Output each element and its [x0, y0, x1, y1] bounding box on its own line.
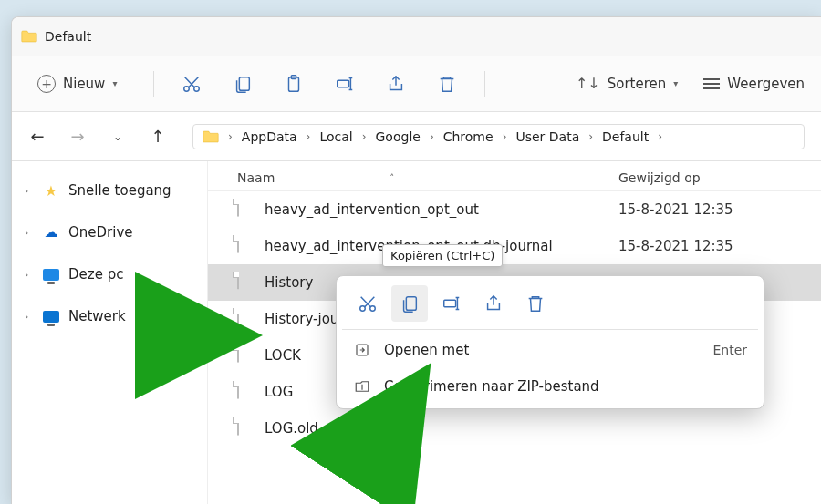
copy-tooltip: Kopiëren (Ctrl+C): [382, 244, 503, 267]
share-icon[interactable]: [386, 74, 406, 94]
svg-rect-5: [338, 80, 349, 87]
forward-button[interactable]: →: [68, 127, 87, 146]
ctx-label: Openen met: [384, 342, 469, 358]
breadcrumb-item[interactable]: Default: [602, 129, 649, 144]
ctx-copy-icon[interactable]: [391, 285, 428, 322]
chevron-down-icon: ▾: [112, 78, 117, 88]
breadcrumb-item[interactable]: Chrome: [443, 129, 494, 144]
ctx-label: Comprimeren naar ZIP-bestand: [384, 378, 599, 395]
rename-icon[interactable]: [335, 74, 355, 94]
toolbar-separator: [153, 71, 154, 97]
expand-icon: ›: [25, 185, 34, 197]
column-headers: Naam ˄ Gewijzigd op: [208, 161, 821, 191]
recent-button[interactable]: ⌄: [109, 130, 127, 143]
file-icon: [237, 345, 254, 365]
svg-rect-9: [444, 300, 456, 306]
toolbar-separator: [484, 71, 485, 97]
file-name: LOG.old: [265, 420, 618, 437]
toolbar-icons: [182, 74, 457, 94]
expand-icon: ›: [25, 311, 34, 323]
svg-point-6: [360, 306, 366, 312]
title-bar: Default: [12, 17, 821, 56]
up-button[interactable]: ↑: [149, 127, 167, 146]
breadcrumb-item[interactable]: Google: [376, 129, 421, 144]
paste-icon[interactable]: [284, 74, 304, 94]
context-menu: Kopiëren (Ctrl+C) Openen met Enter Comp: [336, 275, 764, 409]
breadcrumb-separator: ›: [228, 130, 233, 143]
toolbar: + Nieuw ▾ ↑↓ Sorteren ▾ Weergeven: [12, 56, 821, 112]
breadcrumb-separator: ›: [588, 130, 593, 143]
new-button[interactable]: + Nieuw ▾: [28, 69, 126, 98]
zip-icon: [353, 377, 371, 396]
breadcrumb-item[interactable]: Local: [319, 129, 352, 144]
breadcrumb-separator: ›: [503, 130, 507, 143]
sidebar-item-label: Netwerk: [68, 308, 126, 324]
svg-rect-8: [406, 297, 416, 311]
breadcrumb-item[interactable]: User Data: [515, 129, 579, 144]
file-row[interactable]: heavy_ad_intervention_opt_out 15-8-2021 …: [208, 191, 821, 228]
chevron-down-icon: ▾: [673, 78, 678, 88]
delete-icon[interactable]: [437, 74, 457, 94]
cloud-icon: ☁: [43, 224, 59, 241]
ctx-share-icon[interactable]: [475, 285, 512, 322]
context-separator: [342, 329, 758, 330]
file-name: heavy_ad_intervention_opt_out: [265, 201, 618, 218]
navigation-row: ← → ⌄ ↑ › AppData › Local › Google › Chr…: [12, 112, 821, 161]
plus-icon: +: [37, 75, 56, 93]
ctx-delete-icon[interactable]: [517, 285, 554, 322]
expand-icon: ›: [25, 269, 34, 281]
content-pane: Naam ˄ Gewijzigd op heavy_ad_interventio…: [208, 161, 821, 504]
network-icon: [43, 308, 59, 324]
folder-icon: [203, 130, 219, 143]
ctx-compress-zip[interactable]: Comprimeren naar ZIP-bestand: [337, 368, 764, 405]
svg-point-7: [370, 306, 376, 312]
open-icon: [353, 341, 371, 359]
new-label: Nieuw: [63, 76, 105, 92]
context-icon-row: [337, 276, 764, 329]
column-name[interactable]: Naam ˄: [237, 170, 618, 185]
sidebar-item-label: Deze pc: [68, 266, 123, 283]
breadcrumb-separator: ›: [430, 130, 434, 143]
breadcrumb-item[interactable]: AppData: [242, 129, 297, 144]
sidebar-item-label: Snelle toegang: [68, 182, 171, 199]
back-button[interactable]: ←: [28, 127, 47, 146]
explorer-body: › ★ Snelle toegang › ☁ OneDrive › Deze p…: [12, 161, 821, 504]
file-row[interactable]: LOG.old: [208, 410, 821, 447]
file-icon: [237, 200, 254, 220]
svg-point-0: [184, 86, 190, 91]
view-button[interactable]: Weergeven: [703, 76, 805, 92]
sidebar: › ★ Snelle toegang › ☁ OneDrive › Deze p…: [12, 161, 208, 504]
view-label: Weergeven: [727, 76, 805, 92]
file-icon: [237, 382, 254, 402]
svg-point-1: [194, 86, 200, 91]
file-icon: [237, 273, 254, 293]
view-icon: [703, 78, 720, 89]
file-icon: [237, 418, 254, 438]
sidebar-item-network[interactable]: › Netwerk: [12, 300, 207, 333]
breadcrumb-separator: ›: [307, 130, 311, 143]
ctx-shortcut: Enter: [712, 343, 747, 357]
breadcrumb-separator: ›: [658, 130, 662, 143]
star-icon: ★: [43, 182, 59, 199]
ctx-cut-icon[interactable]: [349, 285, 386, 322]
svg-rect-2: [240, 77, 250, 90]
sort-asc-icon: ˄: [390, 173, 394, 183]
sort-button[interactable]: ↑↓ Sorteren ▾: [576, 75, 678, 92]
breadcrumb-separator: ›: [362, 130, 367, 143]
folder-icon: [21, 30, 37, 43]
sidebar-item-label: OneDrive: [68, 224, 133, 241]
monitor-icon: [43, 266, 59, 283]
cut-icon[interactable]: [182, 74, 202, 94]
sort-label: Sorteren: [608, 76, 667, 92]
file-row[interactable]: heavy_ad_intervention_opt_out.db-journal…: [208, 228, 821, 264]
sidebar-item-quick-access[interactable]: › ★ Snelle toegang: [12, 174, 207, 207]
copy-icon[interactable]: [233, 74, 253, 94]
ctx-open-with[interactable]: Openen met Enter: [337, 332, 764, 368]
ctx-rename-icon[interactable]: [433, 285, 470, 322]
address-bar[interactable]: › AppData › Local › Google › Chrome › Us…: [192, 124, 805, 149]
sort-icon: ↑↓: [576, 75, 600, 92]
column-modified[interactable]: Gewijzigd op: [618, 170, 801, 185]
sidebar-item-onedrive[interactable]: › ☁ OneDrive: [12, 216, 207, 249]
file-modified: 15-8-2021 12:35: [618, 201, 801, 218]
sidebar-item-this-pc[interactable]: › Deze pc: [12, 258, 207, 291]
